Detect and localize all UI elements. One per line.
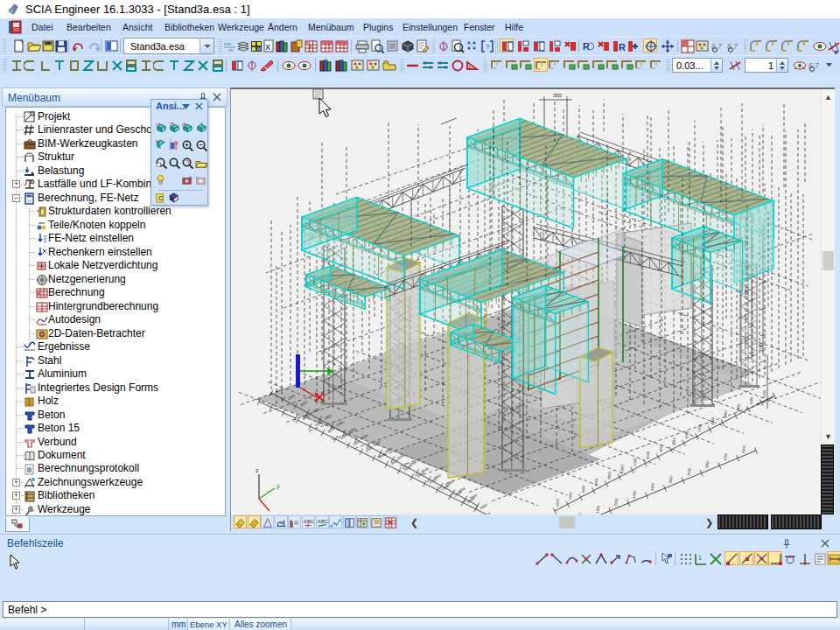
svg-text:2740: 2740 [760, 342, 764, 352]
svg-text:1000: 1000 [684, 430, 690, 439]
svg-text:R: R [619, 42, 626, 52]
svg-text:1650: 1650 [658, 444, 663, 452]
svg-text:2300: 2300 [762, 389, 767, 398]
svg-text:X: X [265, 43, 270, 52]
svg-text:2300: 2300 [568, 492, 573, 500]
svg-text:m: m [228, 47, 233, 52]
svg-text:2950: 2950 [671, 437, 676, 445]
svg-text:C: C [158, 194, 164, 202]
svg-text:3600: 3600 [710, 416, 715, 425]
svg-text:R: R [583, 41, 590, 52]
svg-text:3500: 3500 [553, 94, 563, 98]
svg-text:2950: 2950 [606, 471, 612, 480]
svg-text:ABC: ABC [304, 519, 314, 524]
svg-text:cm: cm [224, 41, 231, 46]
svg-text:6: 6 [711, 42, 716, 51]
svg-text:1000: 1000 [749, 396, 754, 405]
svg-text:7: 7 [815, 61, 820, 70]
svg-text:2950: 2950 [736, 403, 741, 412]
svg-text:3600: 3600 [646, 451, 651, 459]
svg-text:1: 1 [698, 555, 702, 561]
svg-text:7: 7 [718, 42, 723, 51]
svg-text:3600: 3600 [581, 485, 586, 494]
svg-text:ABC: ABC [317, 519, 327, 524]
svg-text:2300: 2300 [697, 424, 703, 432]
svg-text:y: y [170, 122, 172, 126]
svg-text:7: 7 [733, 42, 738, 51]
svg-text:6: 6 [727, 42, 732, 51]
svg-text:1650: 1650 [594, 478, 599, 486]
svg-text:1650: 1650 [723, 410, 728, 418]
svg-text:1000: 1000 [555, 498, 560, 507]
svg-text:6: 6 [808, 61, 813, 70]
svg-text:y: y [276, 483, 280, 490]
svg-text:1000: 1000 [620, 464, 625, 472]
svg-text:?: ? [486, 43, 490, 51]
svg-text:z: z [256, 467, 259, 473]
svg-text:2300: 2300 [633, 458, 638, 466]
